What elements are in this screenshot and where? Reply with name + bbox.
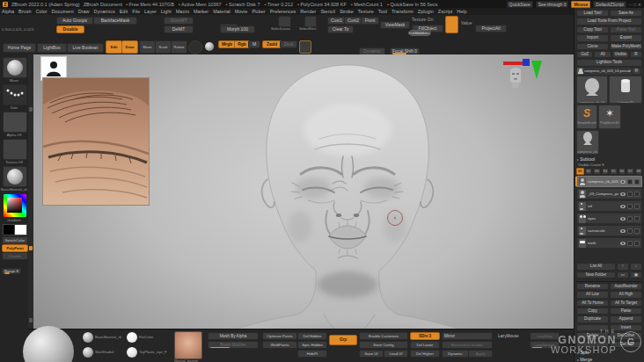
subtool-action-button-b[interactable]: Paste bbox=[610, 308, 642, 315]
save-as-button[interactable]: Save As bbox=[610, 10, 642, 17]
material-thumb-3[interactable] bbox=[127, 332, 137, 343]
move-down-icon[interactable]: ↓ bbox=[630, 263, 642, 270]
secondary-color-swatch[interactable] bbox=[14, 224, 27, 235]
tool-thumb-simplebrush[interactable]: S SimpleBrush bbox=[576, 105, 597, 129]
new-folder-button[interactable]: New Folder bbox=[576, 272, 616, 279]
sdiv-tab[interactable]: S4 bbox=[602, 168, 610, 175]
stroke-thumbnail[interactable] bbox=[3, 84, 27, 105]
current-tool-name[interactable]: compress_cb_003_h3-presub bbox=[584, 69, 631, 73]
subtool-action-button-a[interactable] bbox=[576, 341, 609, 348]
subtool-toggle-icon-2[interactable] bbox=[634, 204, 640, 209]
menu-item[interactable]: File bbox=[132, 9, 140, 14]
subtool-toggle-icon-2[interactable] bbox=[634, 192, 640, 197]
storemt-button[interactable]: StoreMT bbox=[164, 17, 194, 25]
cust2-button[interactable]: Cust2 bbox=[344, 17, 362, 25]
goz-visible-button[interactable]: Visible bbox=[612, 51, 629, 58]
subtool-toggle-icon-2[interactable] bbox=[634, 216, 640, 221]
menu-item[interactable]: Dynamics bbox=[94, 9, 115, 14]
visibility-eye-icon[interactable] bbox=[620, 242, 626, 245]
sdiv-tab[interactable]: S2 bbox=[585, 168, 593, 175]
goz-button[interactable]: GoZ bbox=[576, 51, 593, 58]
material-thumbnail[interactable] bbox=[3, 166, 27, 187]
subtool-toggle-icon[interactable] bbox=[627, 179, 633, 185]
lightbox-tools-button[interactable]: Lightbox Tools bbox=[576, 59, 642, 66]
front-button[interactable]: Front bbox=[361, 17, 379, 25]
tool-thumb-bust-2[interactable]: compress_cb_00 bbox=[576, 130, 599, 155]
sdiv-slider[interactable]: SDiv 3 bbox=[410, 332, 440, 340]
lazystep-button[interactable]: LazyStep bbox=[530, 332, 560, 340]
subtool-toggle-icon[interactable] bbox=[627, 192, 633, 197]
subtool-section-header[interactable]: Subtool bbox=[577, 156, 642, 162]
subtool-toggle-icon[interactable] bbox=[627, 216, 633, 221]
menu-item[interactable]: Macro bbox=[176, 9, 189, 14]
del-lower-button[interactable]: Del Lower bbox=[410, 341, 440, 349]
menu-item[interactable]: Edit bbox=[120, 9, 128, 14]
current-material-sphere[interactable] bbox=[23, 326, 74, 362]
sdiv-tab[interactable]: S6 bbox=[618, 168, 626, 175]
import-button[interactable]: Import bbox=[576, 34, 609, 41]
range-slider[interactable]: Range 8 bbox=[2, 268, 21, 274]
store-config-button[interactable]: Store Config bbox=[359, 341, 408, 349]
spotlight-brush-icon[interactable] bbox=[445, 16, 458, 33]
lazymouse-label[interactable]: LazyMouse bbox=[498, 334, 519, 338]
copy-tool-button[interactable]: Copy Tool bbox=[576, 26, 609, 33]
subtool-action-button-b[interactable]: AutoReorder bbox=[610, 283, 642, 290]
subtool-toggle-icon-2[interactable] bbox=[634, 179, 640, 185]
focal-shift-icon[interactable] bbox=[299, 40, 311, 54]
menu-item[interactable]: Texture bbox=[358, 9, 374, 14]
tool-thumb-bust[interactable]: compress_cb_00 bbox=[576, 76, 608, 104]
subtool-action-button-a[interactable]: Duplicate bbox=[576, 315, 609, 322]
sdiv-tab[interactable]: S8 bbox=[635, 168, 643, 175]
brush-ring-icon[interactable] bbox=[188, 40, 202, 54]
menu-item[interactable]: Preferences bbox=[270, 9, 296, 14]
subtool-row[interactable]: teeth bbox=[576, 237, 642, 249]
material-thumb-1[interactable] bbox=[83, 332, 93, 343]
hidept-button[interactable]: HidePt bbox=[297, 350, 327, 358]
subtool-action-button-a[interactable] bbox=[576, 324, 609, 331]
menu-item[interactable]: Help bbox=[457, 9, 466, 14]
draw-mode-button[interactable]: Draw bbox=[121, 40, 138, 54]
apply-button[interactable]: Apply bbox=[468, 350, 493, 358]
menu-item[interactable]: Material bbox=[213, 9, 231, 14]
menu-item[interactable]: Tool bbox=[378, 9, 387, 14]
enable-customize-button[interactable]: Enable Customize bbox=[359, 332, 408, 340]
visibility-eye-icon[interactable] bbox=[620, 192, 626, 196]
grp-button[interactable]: Grp bbox=[329, 335, 357, 345]
subtool-action-button-b[interactable]: Del All bbox=[610, 341, 642, 348]
polypaint-button[interactable]: PolyPaint bbox=[2, 244, 28, 252]
lazysmooth-slider[interactable]: LazySmooth bbox=[530, 341, 560, 349]
menu-item[interactable]: Zplugin bbox=[418, 9, 434, 14]
del-hidden-button[interactable]: Del Hidden bbox=[297, 332, 327, 340]
subtool-row[interactable]: ref bbox=[576, 200, 642, 212]
subtool-toggle-icon-2[interactable] bbox=[634, 228, 640, 234]
goz-r-button[interactable]: R bbox=[630, 51, 642, 58]
sdiv-tab[interactable]: S7 bbox=[626, 168, 634, 175]
zadd-button[interactable]: Zadd bbox=[262, 40, 282, 48]
sync-hidden-button[interactable]: Sync Hidden bbox=[297, 341, 327, 349]
paste-tool-button[interactable]: Paste Tool bbox=[610, 26, 642, 33]
delmt-button[interactable]: DelMT bbox=[164, 25, 194, 33]
subtool-action-button-a[interactable]: All To Home bbox=[576, 300, 609, 307]
live-boolean-button[interactable]: Live Boolean bbox=[67, 43, 104, 53]
mouse-toggle-button[interactable]: Mouse bbox=[571, 1, 590, 8]
list-all-button[interactable]: List All bbox=[576, 263, 616, 270]
window-control-icon[interactable]: □ bbox=[633, 2, 636, 7]
dynamic-button[interactable]: Dynamic bbox=[442, 350, 469, 358]
save-ui-button[interactable]: Save UI bbox=[359, 350, 384, 358]
mirror-dropdown[interactable]: Mirror bbox=[442, 332, 493, 340]
m-button[interactable]: M bbox=[248, 40, 260, 48]
menu-item[interactable]: Color bbox=[35, 9, 47, 14]
subtool-row[interactable]: carruncule bbox=[576, 225, 642, 236]
subtool-action-button-a[interactable]: Delete bbox=[576, 332, 609, 339]
active-brush-thumbnail[interactable] bbox=[3, 57, 27, 78]
reference-image-eye-closeup[interactable] bbox=[42, 77, 150, 206]
switch-color-button[interactable]: SwitchColor bbox=[2, 236, 28, 244]
edit-mode-button[interactable]: Edit bbox=[106, 40, 122, 54]
tool-thumb-cylinder3d[interactable]: Cylinder3D bbox=[609, 76, 642, 104]
menu-item[interactable]: Stencil bbox=[320, 9, 335, 14]
split-section-header[interactable]: Split bbox=[577, 350, 642, 355]
subtool-toggle-icon[interactable] bbox=[627, 241, 633, 246]
folder-add-icon[interactable]: ▣ bbox=[630, 272, 642, 279]
weld-points-button[interactable]: WeldPoints bbox=[262, 341, 297, 349]
material-sphere-icon[interactable] bbox=[205, 42, 214, 51]
